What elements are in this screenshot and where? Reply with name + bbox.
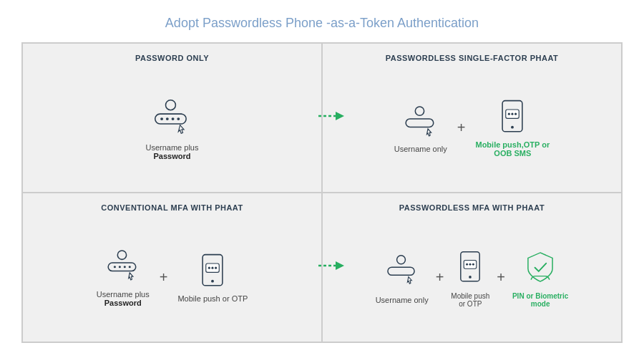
label-username-only-bot: Username only (376, 296, 429, 304)
svg-rect-31 (388, 267, 414, 275)
label-username-plus-bot: Username plus (97, 290, 150, 299)
svg-point-15 (511, 126, 514, 129)
cell-password-only: PASSWORD ONLY Usernam (22, 43, 322, 193)
svg-rect-9 (406, 119, 434, 127)
diagram-grid: PASSWORD ONLY Usernam (21, 42, 623, 343)
label-password-bot: Password (97, 299, 150, 307)
label-username-plus: Username plus (146, 143, 199, 152)
plus-sign-3: + (436, 269, 444, 286)
mobile-otp-icon-top (493, 97, 532, 136)
svg-rect-17 (108, 263, 136, 271)
biometric-icon (522, 246, 559, 288)
cell-passwordless-sf: PASSWORDLESS SINGLE-FACTOR PHAAT Usernam… (322, 43, 622, 193)
cell-title-passwordless-sf: PASSWORDLESS SINGLE-FACTOR PHAAT (386, 54, 559, 62)
cell-title-password-only: PASSWORD ONLY (135, 54, 209, 62)
svg-point-34 (466, 263, 468, 266)
svg-point-13 (512, 113, 514, 115)
svg-point-24 (208, 267, 210, 269)
svg-point-0 (166, 100, 176, 110)
arrow-bottom (316, 256, 347, 279)
svg-marker-7 (336, 112, 344, 120)
svg-point-3 (166, 117, 169, 120)
cell-passwordless-mfa: PASSWORDLESS MFA WITH PHAAT Username onl… (322, 193, 622, 342)
svg-point-5 (177, 117, 180, 120)
label-mobile-push-bot: Mobile push or OTP (177, 294, 248, 303)
plus-sign-2: + (160, 269, 168, 286)
arrow-top (316, 106, 347, 129)
svg-point-18 (114, 266, 116, 268)
plus-sign-1: + (457, 120, 466, 136)
svg-point-12 (508, 113, 510, 115)
user-password-icon-bot (104, 247, 142, 286)
svg-point-25 (212, 267, 214, 269)
svg-point-30 (396, 256, 405, 264)
label-username-only-top: Username only (394, 145, 447, 153)
svg-point-4 (172, 117, 175, 120)
svg-point-8 (415, 107, 424, 115)
svg-marker-29 (336, 261, 344, 270)
label-biometric: PIN or Biometricmode (512, 292, 568, 308)
label-mobile-push-bot-right: Mobile pushor OTP (451, 292, 489, 308)
svg-point-26 (215, 267, 217, 269)
svg-point-27 (211, 280, 214, 283)
user-password-icon (150, 95, 194, 139)
svg-point-2 (161, 117, 164, 120)
svg-rect-1 (155, 114, 186, 124)
svg-point-35 (469, 263, 472, 266)
svg-point-36 (472, 263, 474, 266)
user-only-icon-bot (384, 250, 421, 291)
cell-conventional-mfa: CONVENTIONAL MFA WITH PHAAT Username plu… (22, 193, 322, 342)
svg-point-16 (117, 251, 126, 259)
label-password: Password (146, 152, 199, 160)
svg-point-21 (128, 266, 130, 268)
svg-point-14 (514, 113, 517, 115)
user-only-icon-top (401, 102, 440, 140)
cell-title-conventional-mfa: CONVENTIONAL MFA WITH PHAAT (101, 203, 243, 212)
svg-point-37 (469, 276, 472, 279)
main-title: Adopt Passwordless Phone -as-a-Token Aut… (165, 16, 479, 31)
mobile-otp-icon-bot-left (193, 251, 232, 290)
mobile-otp-icon-bot-right (454, 246, 486, 288)
label-mobile-push-top: Mobile push,OTP orOOB SMS (475, 140, 550, 158)
svg-point-20 (124, 266, 126, 268)
svg-point-19 (119, 266, 121, 268)
plus-sign-4: + (497, 269, 505, 286)
cell-title-passwordless-mfa: PASSWORDLESS MFA WITH PHAAT (399, 203, 545, 212)
